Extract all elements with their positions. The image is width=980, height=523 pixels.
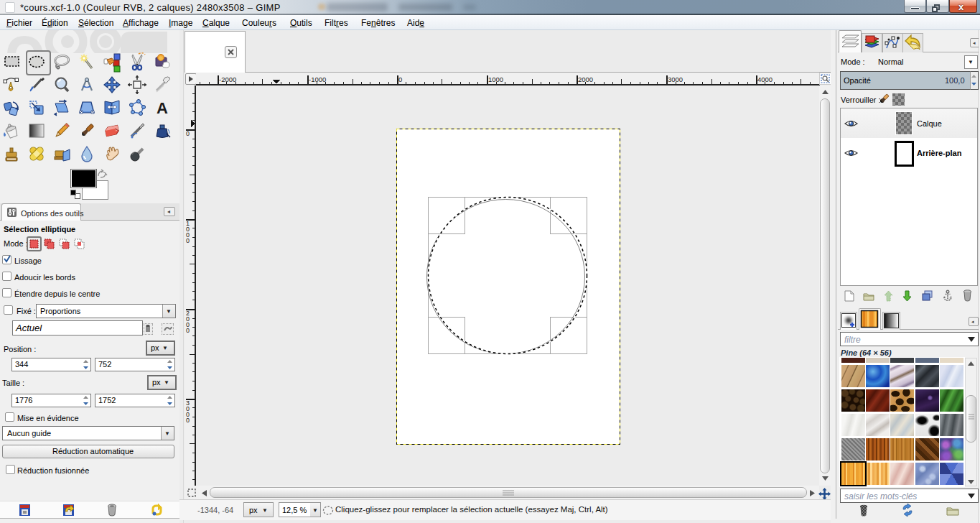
svg-text:0: 0 bbox=[398, 75, 402, 83]
svg-text:-1000: -1000 bbox=[309, 75, 326, 83]
svg-text:4000: 4000 bbox=[757, 75, 773, 83]
svg-text:0: 0 bbox=[186, 417, 190, 424]
svg-text:0: 0 bbox=[186, 327, 190, 334]
svg-text:1000: 1000 bbox=[488, 75, 503, 83]
svg-text:2000: 2000 bbox=[578, 75, 593, 83]
svg-text:0: 0 bbox=[186, 237, 190, 244]
svg-text:0: 0 bbox=[186, 130, 190, 137]
svg-text:3000: 3000 bbox=[668, 75, 683, 83]
svg-text:A: A bbox=[157, 99, 168, 117]
svg-text:-2000: -2000 bbox=[219, 75, 236, 83]
